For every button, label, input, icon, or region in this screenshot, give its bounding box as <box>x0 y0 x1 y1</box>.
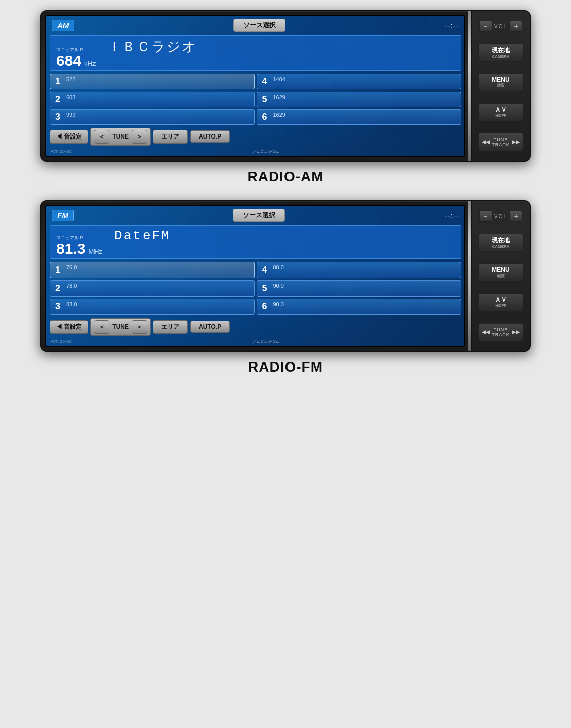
am-preset-4-freq: 1404 <box>273 76 286 82</box>
fm-screen: FM ソース選択 --:-- マニュアル.P 81.3 MHz DateFM <box>45 205 465 347</box>
fm-bottom-info: AVN-Z04iW ／ECLIPSE <box>46 337 464 346</box>
am-preset-3-number: 3 <box>55 112 66 122</box>
fm-bottom-controls: ◀ 音設定 ＜ TUNE ＞ エリア AUTO.P <box>50 318 461 335</box>
fm-preset-5-freq: 90.0 <box>273 283 284 289</box>
fm-source-button[interactable]: ソース選択 <box>233 209 285 222</box>
am-bottom-info: AVN-Z04iW ／ECLIPSE <box>46 147 464 156</box>
fm-tune-label: TUNE <box>112 323 129 330</box>
am-time-display: --:-- <box>445 21 459 30</box>
fm-right-panel: － VOL ＋ 現在地 CAMERA MENU 画質 ＡＶ ◀OFF ◀◀ TU… <box>471 201 530 351</box>
fm-tune-next-button[interactable]: ＞ <box>132 320 147 334</box>
am-camera-sub-label: CAMERA <box>492 54 509 59</box>
fm-tune-prev-button[interactable]: ＜ <box>94 320 109 334</box>
am-preset-3[interactable]: 3 999 <box>50 109 255 125</box>
am-tune-group: ＜ TUNE ＞ <box>90 128 151 146</box>
am-tune-prev-button[interactable]: ＜ <box>94 130 109 144</box>
am-source-button[interactable]: ソース選択 <box>233 19 286 32</box>
am-vol-plus-button[interactable]: ＋ <box>509 21 522 32</box>
fm-preset-1-freq: 76.0 <box>66 264 77 270</box>
fm-preset-2-number: 2 <box>55 283 66 294</box>
fm-tune-track-button[interactable]: ◀◀ TUNE TRACK ▶▶ <box>478 323 524 341</box>
am-preset-1[interactable]: 1 522 <box>50 74 255 89</box>
fm-freq-unit: MHz <box>88 248 102 255</box>
fm-preset-2[interactable]: 2 78.0 <box>50 280 255 296</box>
fm-av-button[interactable]: ＡＶ ◀OFF <box>478 293 524 311</box>
fm-preset-6[interactable]: 6 90.0 <box>257 299 462 315</box>
fm-preset-6-freq: 90.0 <box>273 301 284 307</box>
fm-preset-1-number: 1 <box>55 265 66 276</box>
fm-av-main-label: ＡＶ <box>495 296 507 303</box>
am-tune-track-button[interactable]: ◀◀ TUNE TRACK ▶▶ <box>478 133 524 151</box>
am-tt-next-icon: ▶▶ <box>512 139 520 145</box>
am-av-button[interactable]: ＡＶ ◀OFF <box>478 103 524 121</box>
am-preset-3-freq: 999 <box>66 112 75 118</box>
fm-model-text: AVN-Z04iW <box>51 339 72 344</box>
fm-vol-plus-button[interactable]: ＋ <box>509 211 522 222</box>
fm-unit-label: RADIO-FM <box>248 359 323 375</box>
am-preset-5-freq: 1629 <box>273 94 286 100</box>
am-screen: AM ソース選択 --:-- マニュアル.P 684 kHz ＩＢＣラジオ <box>45 15 465 157</box>
fm-eclipse-logo: ／ECLIPSE <box>252 338 280 345</box>
fm-tt-track-label: TRACK <box>492 332 510 337</box>
fm-sound-button[interactable]: ◀ 音設定 <box>50 320 88 334</box>
am-preset-6-number: 6 <box>262 112 273 122</box>
fm-preset-3-freq: 83.0 <box>66 301 77 307</box>
fm-preset-5[interactable]: 5 90.0 <box>257 280 462 296</box>
fm-camera-main-label: 現在地 <box>492 237 510 244</box>
am-unit-wrapper: AM ソース選択 --:-- マニュアル.P 684 kHz ＩＢＣラジオ <box>10 10 561 185</box>
am-av-sub-label: ◀OFF <box>495 113 506 118</box>
fm-area-button[interactable]: エリア <box>153 320 188 334</box>
am-preset-5[interactable]: 5 1629 <box>257 92 462 107</box>
fm-time-display: --:-- <box>445 211 459 220</box>
am-model-text: AVN-Z04iW <box>51 149 72 154</box>
am-preset-6[interactable]: 6 1629 <box>257 109 462 125</box>
fm-vol-minus-button[interactable]: － <box>479 211 492 222</box>
am-vol-minus-button[interactable]: － <box>479 21 492 32</box>
fm-preset-4-number: 4 <box>262 265 273 276</box>
fm-preset-4[interactable]: 4 88.0 <box>257 262 462 278</box>
am-freq-number: 684 <box>56 53 81 68</box>
fm-preset-1[interactable]: 1 76.0 <box>50 262 255 278</box>
fm-av-sub-label: ◀OFF <box>495 303 506 308</box>
am-menu-button[interactable]: MENU 画質 <box>478 73 524 92</box>
fm-head-unit: FM ソース選択 --:-- マニュアル.P 81.3 MHz DateFM <box>40 200 531 352</box>
fm-tt-next-icon: ▶▶ <box>512 329 520 335</box>
am-area-button[interactable]: エリア <box>153 130 188 144</box>
am-preset-2[interactable]: 2 603 <box>50 92 255 107</box>
fm-preset-grid: 1 76.0 4 88.0 2 78.0 5 90.0 3 83.0 <box>50 262 461 315</box>
fm-autop-button[interactable]: AUTO.P <box>190 321 230 333</box>
am-autop-button[interactable]: AUTO.P <box>190 130 230 143</box>
fm-preset-3-number: 3 <box>55 301 66 312</box>
am-preset-4-number: 4 <box>262 76 273 87</box>
fm-camera-sub-label: CAMERA <box>492 244 509 249</box>
am-right-panel: － VOL ＋ 現在地 CAMERA MENU 画質 ＡＶ ◀OFF ◀◀ TU… <box>471 11 530 161</box>
fm-menu-button[interactable]: MENU 画質 <box>478 263 524 282</box>
fm-preset-5-number: 5 <box>262 283 273 294</box>
am-tune-next-button[interactable]: ＞ <box>132 130 147 144</box>
fm-tt-tune-label: TUNE <box>494 327 508 332</box>
am-camera-button[interactable]: 現在地 CAMERA <box>478 43 524 62</box>
am-preset-5-number: 5 <box>262 94 273 105</box>
am-bottom-controls: ◀ 音設定 ＜ TUNE ＞ エリア AUTO.P <box>50 128 461 145</box>
am-preset-1-freq: 522 <box>66 76 75 82</box>
am-top-bar: AM ソース選択 --:-- <box>46 16 464 34</box>
fm-mode-badge: FM <box>52 210 74 221</box>
am-preset-grid: 1 522 4 1404 2 603 5 1629 <box>50 74 461 125</box>
am-freq-unit: kHz <box>84 60 96 67</box>
fm-menu-sub-label: 画質 <box>497 274 505 279</box>
am-sound-button[interactable]: ◀ 音設定 <box>50 130 88 144</box>
fm-camera-button[interactable]: 現在地 CAMERA <box>478 234 524 252</box>
fm-tt-inner: TUNE TRACK <box>492 327 510 337</box>
am-station-bar: マニュアル.P 684 kHz ＩＢＣラジオ <box>50 35 461 71</box>
fm-tt-prev-icon: ◀◀ <box>482 329 490 335</box>
am-unit-label: RADIO-AM <box>247 169 323 185</box>
am-preset-6-freq: 1629 <box>273 112 286 118</box>
fm-station-bar: マニュアル.P 81.3 MHz DateFM <box>50 225 461 259</box>
am-av-main-label: ＡＶ <box>495 106 507 113</box>
am-tt-track-label: TRACK <box>492 142 510 147</box>
fm-preset-3[interactable]: 3 83.0 <box>50 299 255 315</box>
am-preset-1-number: 1 <box>55 76 66 87</box>
am-preset-4[interactable]: 4 1404 <box>257 74 462 89</box>
fm-vol-label: VOL <box>494 214 507 219</box>
am-preset-2-freq: 603 <box>66 94 75 100</box>
